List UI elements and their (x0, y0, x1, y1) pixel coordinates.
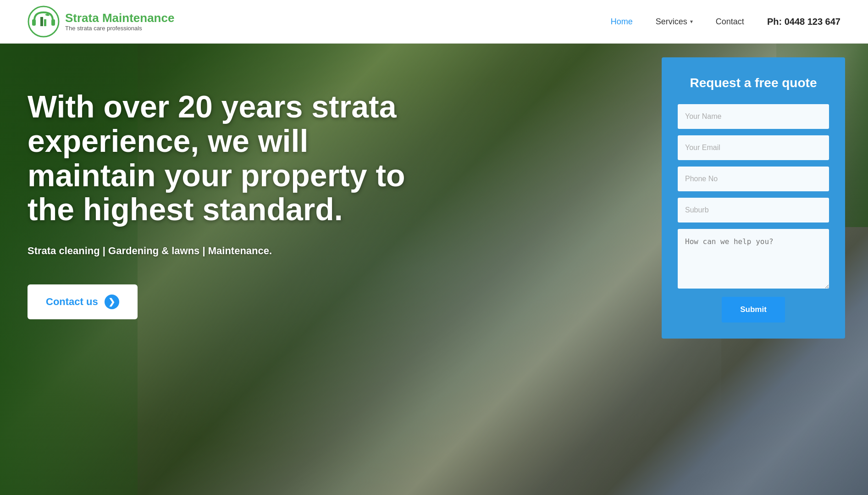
contact-btn-label: Contact us (46, 296, 98, 308)
message-textarea[interactable] (678, 229, 829, 289)
phone-input[interactable] (678, 167, 829, 191)
logo-tagline: The strata care professionals (65, 25, 174, 32)
nav-contact[interactable]: Contact (716, 17, 744, 27)
svg-rect-4 (44, 19, 46, 26)
quote-form-title: Request a free quote (678, 76, 829, 90)
svg-rect-3 (40, 17, 43, 26)
hero-content: With over 20 years strata experience, we… (28, 89, 422, 319)
nav-services-label: Services (656, 17, 687, 27)
hero-subtext: Strata cleaning | Gardening & lawns | Ma… (28, 245, 422, 257)
svg-rect-1 (32, 19, 36, 26)
hero-headline: With over 20 years strata experience, we… (28, 89, 422, 227)
submit-button[interactable]: Submit (722, 297, 785, 323)
svg-rect-2 (51, 19, 55, 26)
logo-icon (28, 6, 60, 38)
arrow-right-icon: ❯ (105, 295, 119, 309)
chevron-down-icon: ▾ (690, 18, 693, 25)
logo-text: Strata Maintenance The strata care profe… (65, 11, 174, 32)
site-header: Strata Maintenance The strata care profe… (0, 0, 868, 44)
logo-brand-name: Strata Maintenance (65, 11, 174, 25)
main-nav: Home Services ▾ Contact Ph: 0448 123 647 (611, 17, 840, 27)
nav-phone: Ph: 0448 123 647 (767, 17, 840, 27)
name-input[interactable] (678, 104, 829, 129)
contact-us-button[interactable]: Contact us ❯ (28, 284, 138, 319)
hero-section: With over 20 years strata experience, we… (0, 44, 868, 495)
nav-home[interactable]: Home (611, 17, 633, 27)
email-input[interactable] (678, 135, 829, 160)
quote-form: Request a free quote Submit (662, 57, 845, 339)
nav-services[interactable]: Services ▾ (656, 17, 693, 27)
suburb-input[interactable] (678, 198, 829, 222)
logo[interactable]: Strata Maintenance The strata care profe… (28, 6, 174, 38)
